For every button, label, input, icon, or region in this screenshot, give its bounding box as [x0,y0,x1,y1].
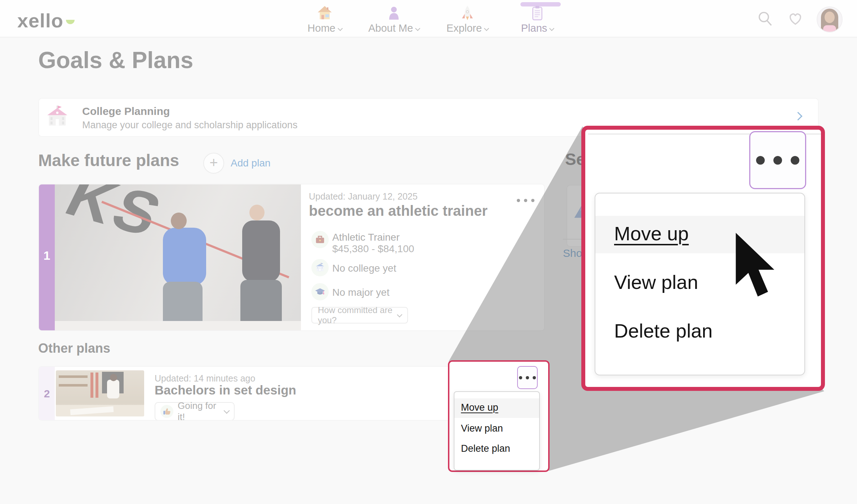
nav-label-home: Home [307,22,335,34]
top-navigation-bar: xello Home About Me Explore Plans [0,0,857,37]
chevron-down-icon [224,407,230,414]
xello-logo-text: xello [17,10,63,31]
plan-updated: Updated: January 12, 2025 [309,191,418,202]
chevron-down-icon [338,26,343,31]
menu-annotation-zoomed: Move up View plan Delete plan [581,126,825,391]
nav-label-about-me: About Me [368,22,413,34]
rocket-icon [435,5,500,21]
menu-item-delete-plan-zoomed[interactable]: Delete plan [614,320,712,342]
plan-rank-strip: 2 [39,367,55,420]
add-plan-label: Add plan [231,157,271,169]
college-planning-title: College Planning [82,105,170,117]
nav-item-explore[interactable]: Explore [435,5,500,34]
plan-updated: Updated: 14 minutes ago [155,373,255,384]
xello-logo[interactable]: xello [17,9,63,32]
person-icon [361,5,426,21]
menu-item-move-up[interactable]: Move up [461,402,498,413]
avatar[interactable] [817,6,843,32]
other-plans-heading: Other plans [38,341,110,356]
chevron-down-icon [415,26,420,31]
school-building-icon [46,104,68,130]
plan-title: become an athletic trainer [309,203,488,219]
favorites-heart-icon[interactable] [787,10,804,28]
plan1-more-options-button[interactable] [517,199,534,202]
plan-rank-strip: 1 [39,184,55,330]
commitment-label: Going for it! [178,400,220,421]
career-name: Athletic Trainer [332,232,400,243]
search-icon[interactable] [757,11,773,29]
chevron-right-icon[interactable] [794,112,802,120]
more-options-button-zoomed[interactable] [749,131,806,189]
nav-item-home[interactable]: Home [292,5,357,34]
clipboard-icon [505,5,570,21]
briefcase-icon [311,231,329,248]
home-icon [292,5,357,21]
career-salary: $45,380 - $84,100 [332,243,414,255]
add-plan-button[interactable]: Add plan [203,153,271,174]
college-status: No college yet [332,263,396,274]
plan-rank: 1 [39,249,55,263]
menu-item-view-plan[interactable]: View plan [461,423,503,434]
college-building-icon [311,259,329,276]
menu-item-delete-plan[interactable]: Delete plan [461,443,510,454]
ellipsis-icon [756,156,799,165]
plan-photo-workshop [56,370,144,416]
chevron-down-icon [484,26,489,31]
plan-context-menu: Move up View plan Delete plan [454,391,540,470]
thumbs-up-icon [160,405,173,418]
page-title: Goals & Plans [38,47,193,73]
nav-label-plans: Plans [521,22,547,34]
menu-item-move-up-zoomed[interactable]: Move up [614,222,689,245]
goals-and-plans-page: xello Home About Me Explore Plans [0,0,857,504]
chevron-down-icon [549,26,554,31]
plan-card-1[interactable]: 1 KS Updated: January 12, 2025 become an… [38,184,545,331]
menu-item-view-plan-zoomed[interactable]: View plan [614,271,698,293]
plan-photo-gym: KS [55,184,301,330]
nav-label-explore: Explore [447,22,482,34]
plan-title: Bachelors in set design [155,383,296,397]
menu-annotation-small: Move up View plan Delete plan [448,360,550,472]
commitment-dropdown[interactable]: Going for it! [155,402,235,421]
major-status: No major yet [332,287,390,298]
plan2-more-options-button[interactable] [517,366,538,389]
nav-item-plans[interactable]: Plans [505,5,570,34]
committed-dropdown[interactable]: How committed are you? [311,307,408,324]
committed-dropdown-label: How committed are you? [318,305,398,325]
plan-rank: 2 [39,388,55,400]
cursor-arrow [729,231,780,305]
nav-item-about-me[interactable]: About Me [361,5,426,34]
future-plans-heading: Make future plans [38,151,179,170]
ellipsis-icon [519,376,536,379]
plus-icon [203,153,224,174]
grad-cap-icon [311,283,329,300]
college-planning-subtitle: Manage your college and scholarship appl… [82,120,297,131]
